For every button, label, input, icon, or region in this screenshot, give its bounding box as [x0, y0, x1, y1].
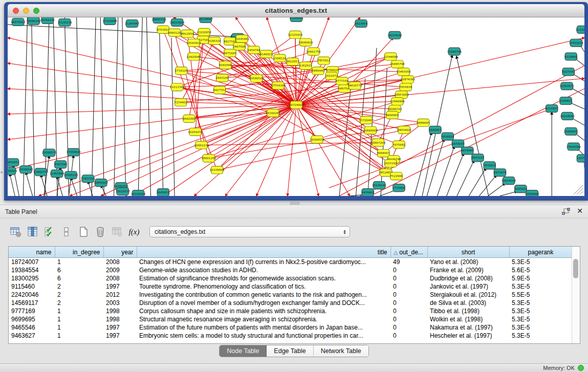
table-cell[interactable]: 2	[55, 299, 103, 307]
network-node[interactable]: 17554300	[271, 82, 286, 90]
network-node[interactable]: 16264255	[188, 128, 203, 136]
network-node[interactable]: 8912954	[181, 30, 194, 37]
table-row[interactable]: 2242004622012Investigating the contribut…	[9, 291, 572, 299]
canvas-resize-grip[interactable]	[574, 185, 583, 194]
close-panel-icon[interactable]: ✕	[577, 207, 583, 215]
network-node[interactable]: 1167533	[577, 155, 584, 162]
network-node[interactable]: 16033809	[170, 18, 185, 26]
table-cell[interactable]: de Silva et al. (2003)	[427, 299, 509, 307]
network-node[interactable]: 12213364	[170, 83, 185, 91]
network-node[interactable]: 7254402	[175, 99, 187, 106]
tab-node-table[interactable]: Node Table	[220, 345, 267, 357]
network-node[interactable]: 9474444	[461, 147, 474, 155]
network-node[interactable]: 10688609	[363, 126, 378, 134]
table-row[interactable]: 977716911998Corpus callosum shape and si…	[9, 307, 572, 315]
network-node[interactable]: 19098162	[27, 17, 41, 25]
minimize-window-button[interactable]	[23, 8, 29, 14]
network-node[interactable]: 11122347	[576, 26, 584, 33]
table-cell[interactable]: 6	[55, 266, 103, 274]
table-cell[interactable]: 1997	[103, 332, 137, 340]
table-cell[interactable]: 9463627	[9, 332, 55, 340]
table-cell[interactable]: 1997	[103, 323, 137, 332]
network-node[interactable]: 8186328	[208, 37, 221, 45]
table-cell[interactable]: 6	[55, 274, 103, 282]
table-cell[interactable]: 2	[55, 282, 103, 291]
table-cell[interactable]: Nakamura et al. (1997)	[427, 323, 509, 332]
network-node[interactable]: 1733426	[393, 184, 405, 192]
network-node[interactable]: 15618557	[116, 188, 130, 195]
column-header-out_de[interactable]: △out_de...	[390, 247, 427, 258]
select-all-rows-button[interactable]	[43, 225, 56, 238]
west-panel-collapse-arrow[interactable]: ◂	[0, 169, 3, 174]
table-cell[interactable]: Tibbo et al. (1998)	[427, 307, 509, 315]
network-node[interactable]: 9397588	[54, 161, 67, 168]
tab-edge-table[interactable]: Edge Table	[267, 345, 313, 357]
network-node[interactable]: 15310849	[102, 17, 117, 25]
network-node[interactable]: 9850051	[8, 159, 19, 166]
table-cell[interactable]: 19384554	[9, 266, 55, 274]
network-node[interactable]: 8471676	[494, 169, 507, 177]
network-node[interactable]: 12325419	[288, 31, 303, 38]
network-node[interactable]: 1244415	[559, 97, 572, 105]
table-cell[interactable]: 5.3E-5	[509, 323, 572, 332]
network-node[interactable]: 2935114	[471, 154, 484, 162]
table-cell[interactable]: 2008	[103, 258, 137, 267]
network-node[interactable]: 21247447	[125, 19, 140, 27]
network-node[interactable]: 18239647	[199, 17, 213, 23]
network-node[interactable]: 7875692	[393, 141, 405, 148]
network-node[interactable]: 18001280	[202, 155, 216, 162]
unselect-all-rows-button[interactable]	[60, 225, 73, 238]
table-cell[interactable]: Franke et al. (2009)	[427, 266, 509, 274]
table-cell[interactable]: 0	[390, 274, 427, 282]
network-node[interactable]: 18310264	[131, 190, 146, 196]
network-node[interactable]: 11544094	[383, 53, 398, 60]
network-node[interactable]: 1362615	[299, 62, 312, 70]
table-cell[interactable]: 0	[390, 332, 427, 340]
network-node[interactable]: 16210643	[560, 112, 575, 120]
table-cell[interactable]: 5.3E-5	[509, 307, 572, 315]
table-settings-button[interactable]	[9, 225, 23, 238]
table-cell[interactable]: 0	[390, 299, 427, 307]
table-cell[interactable]: 1	[55, 315, 103, 323]
table-cell[interactable]: 1998	[103, 315, 137, 323]
table-cell[interactable]: Structural magnetic resonance image aver…	[137, 315, 390, 323]
network-node[interactable]: 9642880	[183, 115, 195, 122]
network-node[interactable]: 9242848	[219, 61, 232, 69]
network-node[interactable]: 6822057	[287, 58, 299, 65]
network-node[interactable]: 2803144	[216, 74, 229, 82]
network-node[interactable]: 8427552	[213, 86, 226, 94]
network-node[interactable]: 10958107	[94, 179, 108, 187]
network-node[interactable]: 13942757	[34, 168, 49, 176]
network-node[interactable]: 9146821	[260, 50, 273, 58]
network-node[interactable]: 8990445	[312, 67, 324, 75]
network-node[interactable]: 1640953	[429, 126, 442, 134]
table-cell[interactable]: 49	[390, 258, 427, 267]
table-row[interactable]: 1938455462009Genome-wide association stu…	[9, 266, 572, 274]
table-cell[interactable]: Embryonic stem cells: a model to study s…	[137, 332, 390, 340]
table-cell[interactable]: 1	[55, 307, 103, 315]
network-node[interactable]: 13505115	[63, 171, 78, 179]
network-node[interactable]: 2718126	[175, 67, 188, 75]
network-node[interactable]: 17016504	[567, 143, 581, 150]
scrollbar-thumb[interactable]	[573, 259, 578, 278]
network-node[interactable]: 15751074	[569, 39, 584, 47]
close-window-button[interactable]	[13, 8, 19, 14]
network-node[interactable]: 19384554	[310, 136, 324, 143]
table-cell[interactable]: 22420046	[9, 291, 55, 299]
network-node[interactable]: 9245652	[514, 185, 527, 193]
table-cell[interactable]: 5.3E-5	[509, 258, 572, 267]
table-vertical-scrollbar[interactable]	[572, 247, 580, 343]
table-cell[interactable]: Stergiakouli et al. (2012)	[427, 291, 509, 299]
table-cell[interactable]: 14569117	[9, 299, 55, 307]
network-node[interactable]: 15493056	[396, 68, 411, 76]
network-node[interactable]: 21645461	[235, 35, 249, 42]
table-cell[interactable]: 1	[55, 323, 103, 332]
network-node[interactable]: 10974393	[401, 76, 416, 83]
network-node[interactable]: 8813054	[355, 19, 367, 27]
table-cell[interactable]: 9777169	[9, 307, 55, 315]
network-node[interactable]: 19965718	[152, 17, 167, 23]
network-node[interactable]: 22420046	[186, 53, 201, 60]
table-cell[interactable]: 0	[390, 323, 427, 332]
network-node[interactable]: 12093872	[559, 82, 574, 90]
table-row[interactable]: 969969511998Structural magnetic resonanc…	[9, 315, 572, 323]
